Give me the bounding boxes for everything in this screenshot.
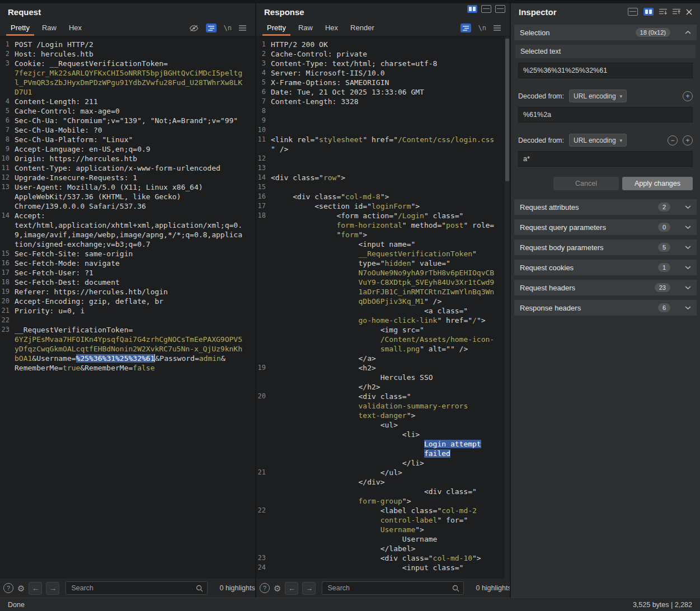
tab-hex[interactable]: Hex (63, 21, 88, 36)
apply-changes-button[interactable]: Apply changes (622, 177, 693, 190)
pretty-print-icon[interactable] (206, 24, 217, 32)
code-row: 9,image/avif,image/webp,image/apng,*/*;q… (0, 230, 255, 239)
section-selection[interactable]: Selection 18 (0x12) (514, 25, 697, 40)
tab-render[interactable]: Render (344, 21, 380, 36)
back-button[interactable]: ← (29, 582, 42, 595)
tab-pretty[interactable]: Pretty (4, 21, 36, 36)
section-request-query-parameters[interactable]: Request query parameters 0 (514, 219, 697, 235)
chevron-down-icon[interactable] (685, 225, 691, 229)
code-text: "> (411, 202, 420, 210)
editor-menu-icon[interactable] (494, 25, 501, 31)
code-text: RememberMe= (15, 364, 63, 372)
code-text: post (446, 221, 463, 229)
section-request-headers[interactable]: Request headers 23 (514, 280, 697, 295)
tab-raw[interactable]: Raw (292, 21, 319, 36)
line-number: 20 (0, 297, 15, 306)
gear-icon[interactable]: ⚙ (274, 584, 281, 593)
expand-all-icon[interactable] (659, 8, 667, 15)
line-number (256, 144, 271, 154)
code-row: type="hidden" value=" (256, 258, 510, 268)
code-text: false (133, 364, 154, 372)
code-text: Accept-Language: en-US,en;q=0.9 (15, 145, 151, 153)
section-request-body-parameters[interactable]: Request body parameters 5 (514, 239, 697, 255)
tab-raw[interactable]: Raw (36, 21, 63, 36)
request-editor[interactable]: 1POST /Login HTTP/22Host: hercules.htb3C… (0, 36, 255, 579)
newline-toggle-icon[interactable]: \n (224, 24, 232, 32)
code-text: form-horizontal (336, 221, 402, 229)
section-response-headers[interactable]: Response headers 6 (514, 300, 697, 316)
gear-icon[interactable]: ⚙ (17, 584, 25, 593)
tab-hex[interactable]: Hex (319, 21, 344, 36)
line-number (256, 344, 271, 354)
code-text (271, 250, 359, 258)
line-number: 19 (0, 287, 15, 297)
decoded-value-field[interactable]: a* (518, 151, 693, 167)
code-text: &Password= (155, 354, 199, 363)
back-button[interactable]: ← (285, 582, 298, 595)
encoding-dropdown[interactable]: URL encoding ▾ (569, 134, 627, 147)
code-text: "> (477, 316, 486, 325)
code-row: /Content/Assets/home-icon- (256, 335, 510, 344)
line-number (256, 373, 271, 382)
selected-text-field[interactable]: %25%36%31%25%32%61 (518, 63, 693, 78)
chevron-down-icon[interactable] (685, 266, 691, 269)
line-number: 4 (0, 97, 15, 106)
chevron-down-icon[interactable] (685, 205, 691, 209)
decoder-row: Decoded from: URL encoding ▾ + (518, 90, 693, 102)
search-icon[interactable] (196, 585, 203, 592)
layout-rows-icon[interactable] (628, 8, 638, 16)
section-request-attributes[interactable]: Request attributes 2 (514, 199, 697, 215)
response-search-input[interactable] (326, 584, 452, 593)
code-row: <ul> (256, 420, 510, 430)
collapse-all-icon[interactable] (673, 8, 680, 15)
code-row: <a class=" (256, 306, 510, 316)
line-number (256, 439, 271, 449)
hide-eye-icon[interactable] (189, 25, 199, 32)
decoded-value-field[interactable]: %61%2a (518, 107, 693, 123)
response-editor[interactable]: 1HTTP/2 200 OK2Cache-Control: private3Co… (256, 36, 510, 579)
forward-button[interactable]: → (46, 582, 59, 595)
newline-toggle-icon[interactable]: \n (478, 24, 486, 32)
help-icon[interactable]: ? (260, 583, 270, 593)
remove-decoder-button[interactable]: − (668, 135, 678, 145)
code-text: </a> (271, 354, 376, 363)
code-row: 11Content-Type: application/x-www-form-u… (0, 163, 255, 173)
line-number: 11 (256, 135, 271, 144)
chevron-up-icon[interactable] (685, 31, 691, 34)
request-search-input[interactable] (70, 584, 196, 593)
code-text: POST /Login HTTP/2 (15, 40, 93, 49)
code-text: "> (359, 231, 368, 239)
line-number: 12 (256, 154, 271, 163)
cancel-button[interactable]: Cancel (553, 177, 619, 190)
line-number (0, 201, 15, 211)
add-decoder-button[interactable]: + (683, 135, 693, 145)
scrollbar[interactable] (505, 36, 510, 579)
selection-buttons: Cancel Apply changes (518, 177, 693, 190)
layout-columns-icon[interactable] (643, 8, 654, 16)
chevron-down-icon[interactable] (685, 286, 691, 289)
chevron-down-icon[interactable] (685, 306, 691, 309)
line-number (256, 382, 271, 392)
scrollbar-thumb[interactable] (505, 39, 509, 181)
chevron-down-icon[interactable] (685, 246, 691, 249)
pretty-print-icon[interactable] (461, 24, 471, 32)
section-request-cookies[interactable]: Request cookies 1 (514, 260, 697, 275)
forward-button[interactable]: → (302, 582, 316, 595)
code-text: & (221, 354, 225, 363)
editor-menu-icon[interactable] (239, 25, 246, 31)
code-text: <div class=" (271, 392, 411, 401)
add-decoder-button[interactable]: + (683, 91, 693, 101)
inspector-body: Selection 18 (0x12) Selected text %25%36… (511, 20, 700, 598)
tab-pretty[interactable]: Pretty (261, 21, 292, 36)
code-row: 19Referer: https://hercules.htb/login (0, 287, 255, 297)
search-icon[interactable] (452, 585, 459, 592)
close-icon[interactable] (686, 9, 692, 15)
line-number: 17 (256, 201, 271, 211)
code-text: " /> (271, 145, 288, 153)
code-row: Username"> (256, 525, 510, 534)
help-icon[interactable]: ? (3, 583, 13, 593)
code-row: 8 (256, 106, 510, 116)
encoding-dropdown[interactable]: URL encoding ▾ (569, 90, 627, 102)
code-row: control-label" for=" (256, 515, 510, 525)
code-row: 20 <div class=" (256, 392, 510, 401)
